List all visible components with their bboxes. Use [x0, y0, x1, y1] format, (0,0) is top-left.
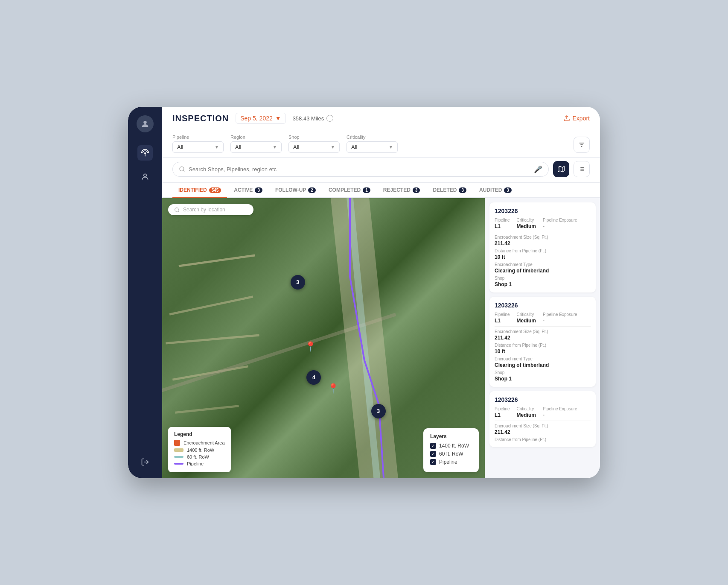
- mic-icon[interactable]: 🎤: [534, 165, 542, 173]
- filter-criticality: Criticality All ▼: [347, 135, 398, 153]
- sidebar-logout[interactable]: [137, 454, 153, 470]
- pipeline-filter-select[interactable]: All ▼: [172, 141, 224, 153]
- search-icon: [179, 166, 185, 173]
- body-layout: 3 📍 4 📍 3 Search by location Legend: [162, 198, 600, 478]
- info-icon[interactable]: i: [326, 115, 333, 122]
- incident-card-3[interactable]: 1203226 Pipeline L1 Criticality Medium P…: [489, 391, 596, 447]
- list-view-button[interactable]: [574, 161, 590, 177]
- layer-1400[interactable]: ✓ 1400 ft. RoW: [430, 443, 472, 449]
- legend-title: Legend: [174, 431, 225, 437]
- chevron-down-icon: ▼: [331, 145, 335, 149]
- map-pin-1[interactable]: 📍: [305, 341, 316, 352]
- map-legend: Legend Encroachment Area 1400 ft. RoW 60…: [168, 427, 231, 472]
- date-value: Sep 5, 2022: [240, 115, 273, 122]
- legend-pipeline-color: [174, 463, 183, 465]
- incident-2-pipeline: Pipeline L1: [495, 312, 510, 324]
- sidebar-icon-user[interactable]: [137, 169, 153, 184]
- incident-3-distance: Distance from Pipeline (Ft.): [495, 437, 591, 442]
- incident-3-exposure: Pipeline Exposure -: [543, 407, 577, 418]
- tabs-row: IDENTIFIED 545 ACTIVE 3 FOLLOW-UP 2 COMP…: [162, 183, 600, 198]
- map-marker-3[interactable]: 3: [371, 404, 386, 418]
- incident-3-row1: Pipeline L1 Criticality Medium Pipeline …: [495, 407, 591, 418]
- tab-followup-count: 2: [308, 187, 316, 193]
- filters-row: Pipeline All ▼ Region All ▼ Shop All ▼: [162, 130, 600, 158]
- incident-1-shop: Shop Shop 1: [495, 276, 591, 287]
- svg-line-23: [178, 211, 179, 212]
- sidebar: [128, 107, 162, 478]
- criticality-filter-select[interactable]: All ▼: [347, 141, 398, 153]
- criticality-filter-label: Criticality: [347, 135, 398, 140]
- tab-rejected-label: REJECTED: [383, 187, 411, 193]
- svg-point-1: [145, 153, 146, 154]
- logout-icon[interactable]: [137, 454, 153, 470]
- layer-60[interactable]: ✓ 60 ft. RoW: [430, 451, 472, 457]
- layer-60-checkbox[interactable]: ✓: [430, 451, 436, 457]
- incident-1-row1: Pipeline L1 Criticality Medium Pipeline …: [495, 218, 591, 229]
- miles-badge: 358.43 Miles i: [293, 115, 334, 122]
- map-area: 3 📍 4 📍 3 Search by location Legend: [162, 198, 485, 478]
- incident-3-pipeline: Pipeline L1: [495, 407, 510, 418]
- sidebar-icon-antenna[interactable]: [137, 145, 153, 161]
- incident-2-distance: Distance from Pipeline (Ft.) 10 ft: [495, 343, 591, 354]
- search-input[interactable]: [189, 166, 530, 173]
- incident-1-size: Encroachment Size (Sq. Ft.) 211.42: [495, 235, 591, 246]
- tab-audited[interactable]: AUDITED 3: [473, 183, 518, 198]
- legend-encroachment-color: [174, 440, 180, 446]
- layer-1400-checkbox[interactable]: ✓: [430, 443, 436, 449]
- legend-row1400: 1400 ft. RoW: [174, 448, 225, 453]
- search-input-wrap: 🎤: [172, 162, 549, 177]
- chevron-down-icon: ▼: [215, 145, 219, 149]
- tab-completed[interactable]: COMPLETED 1: [323, 183, 376, 198]
- incident-card-2[interactable]: 1203226 Pipeline L1 Criticality Medium P…: [489, 297, 596, 387]
- tab-active-count: 3: [255, 187, 262, 193]
- tab-identified[interactable]: IDENTIFIED 545: [172, 183, 227, 198]
- map-marker-1[interactable]: 3: [291, 275, 305, 290]
- shop-filter-label: Shop: [288, 135, 340, 140]
- shop-filter-select[interactable]: All ▼: [288, 141, 340, 153]
- avatar[interactable]: [137, 115, 154, 132]
- incident-3-id: 1203226: [495, 396, 591, 403]
- svg-line-10: [183, 170, 184, 172]
- tab-active-label: ACTIVE: [234, 187, 253, 193]
- incident-3-size: Encroachment Size (Sq. Ft.) 211.42: [495, 424, 591, 435]
- chevron-down-icon: ▼: [275, 115, 281, 122]
- chevron-down-icon: ▼: [273, 145, 277, 149]
- tab-audited-label: AUDITED: [479, 187, 502, 193]
- tab-deleted[interactable]: DELETED 3: [427, 183, 472, 198]
- map-search-box[interactable]: Search by location: [168, 204, 253, 215]
- layer-pipeline[interactable]: ✓ Pipeline: [430, 459, 472, 465]
- map-satellite[interactable]: 3 📍 4 📍 3 Search by location Legend: [162, 198, 485, 478]
- export-button[interactable]: Export: [563, 115, 590, 122]
- svg-point-22: [175, 208, 179, 211]
- map-view-button[interactable]: [553, 161, 569, 177]
- incident-2-id: 1203226: [495, 302, 591, 309]
- map-pin-2[interactable]: 📍: [327, 383, 339, 394]
- miles-value: 358.43 Miles: [293, 115, 324, 122]
- incident-3-criticality: Criticality Medium: [517, 407, 536, 418]
- main-content: INSPECTION Sep 5, 2022 ▼ 358.43 Miles i …: [162, 107, 600, 478]
- filter-pipeline: Pipeline All ▼: [172, 135, 224, 153]
- tab-active[interactable]: ACTIVE 3: [228, 183, 268, 198]
- date-selector[interactable]: Sep 5, 2022 ▼: [236, 113, 285, 124]
- layer-pipeline-checkbox[interactable]: ✓: [430, 459, 436, 465]
- incident-1-distance: Distance from Pipeline (Ft.) 10 ft: [495, 249, 591, 260]
- svg-marker-11: [558, 166, 565, 172]
- tab-audited-count: 3: [504, 187, 512, 193]
- filter-settings-button[interactable]: [574, 137, 590, 153]
- incident-2-shop: Shop Shop 1: [495, 370, 591, 382]
- incident-card-1[interactable]: 1203226 Pipeline L1 Criticality Medium P…: [489, 202, 596, 292]
- tab-rejected[interactable]: REJECTED 3: [377, 183, 426, 198]
- svg-point-9: [180, 167, 184, 171]
- filter-region: Region All ▼: [230, 135, 282, 153]
- tab-completed-count: 1: [363, 187, 370, 193]
- incident-2-size: Encroachment Size (Sq. Ft.) 211.42: [495, 329, 591, 341]
- chevron-down-icon: ▼: [389, 145, 393, 149]
- map-marker-2[interactable]: 4: [306, 370, 321, 385]
- incident-2-row1: Pipeline L1 Criticality Medium Pipeline …: [495, 312, 591, 324]
- tab-deleted-count: 3: [459, 187, 466, 193]
- region-filter-select[interactable]: All ▼: [230, 141, 282, 153]
- incident-1-type: Encroachment Type Clearing of timberland: [495, 262, 591, 274]
- incident-1-exposure: Pipeline Exposure -: [543, 218, 577, 229]
- layers-title: Layers: [430, 433, 472, 439]
- tab-followup[interactable]: FOLLOW-UP 2: [269, 183, 322, 198]
